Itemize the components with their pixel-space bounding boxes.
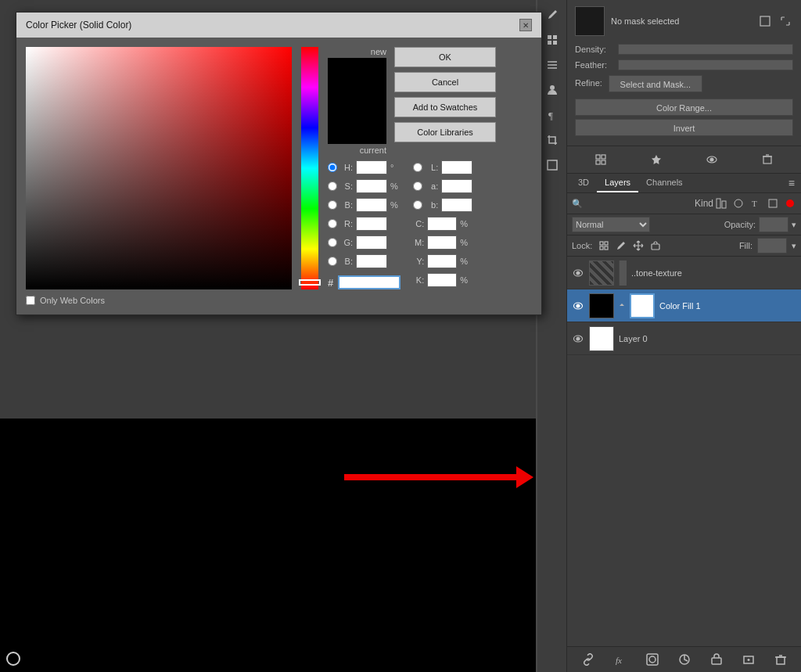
layer-visibility-toggle[interactable] bbox=[572, 267, 584, 279]
layer-item[interactable]: Layer 0 bbox=[567, 322, 801, 355]
y-input[interactable]: 62 bbox=[427, 254, 457, 268]
a-radio[interactable] bbox=[413, 181, 422, 191]
layer-eye-icon[interactable] bbox=[703, 151, 720, 168]
svg-rect-27 bbox=[605, 242, 608, 245]
green-radio[interactable] bbox=[328, 238, 337, 247]
layer-visibility-toggle[interactable] bbox=[572, 332, 584, 345]
layer-delete-icon[interactable] bbox=[759, 151, 776, 168]
cancel-button[interactable]: Cancel bbox=[394, 72, 496, 92]
layers-menu-button[interactable]: ≡ bbox=[785, 177, 798, 189]
tab-layers[interactable]: Layers bbox=[597, 174, 638, 192]
link-layers-button[interactable] bbox=[580, 651, 597, 668]
add-to-swatches-button[interactable]: Add to Swatches bbox=[394, 97, 496, 117]
y-unit: % bbox=[460, 257, 469, 266]
hue-input[interactable]: 0 bbox=[356, 160, 387, 174]
arrow-line bbox=[344, 474, 516, 480]
blue-input[interactable]: 0 bbox=[356, 254, 387, 268]
mask-pixel-icon[interactable] bbox=[757, 13, 773, 29]
red-input[interactable]: 0 bbox=[356, 217, 387, 231]
tab-3d[interactable]: 3D bbox=[570, 174, 597, 192]
add-mask-button[interactable] bbox=[644, 651, 661, 668]
blue-row: B: 0 bbox=[328, 253, 400, 269]
c-input[interactable]: 91 bbox=[427, 217, 457, 231]
dialog-close-button[interactable]: ✕ bbox=[519, 19, 532, 31]
tool-layers[interactable] bbox=[541, 54, 563, 76]
tool-mask-frame[interactable] bbox=[541, 154, 563, 176]
fill-dropdown-icon[interactable]: ▾ bbox=[792, 241, 796, 251]
lock-move-btn[interactable] bbox=[631, 239, 645, 253]
lock-pixel-btn[interactable] bbox=[597, 239, 611, 253]
filter-adj-btn[interactable] bbox=[731, 196, 745, 210]
b3-radio[interactable] bbox=[413, 200, 422, 210]
group-button[interactable] bbox=[708, 651, 725, 668]
opacity-dropdown-icon[interactable]: ▾ bbox=[792, 220, 796, 230]
saturation-radio[interactable] bbox=[328, 181, 337, 191]
layer-item[interactable]: ..tone-texture bbox=[567, 257, 801, 289]
brightness-radio[interactable] bbox=[328, 200, 337, 210]
brightness-unit: % bbox=[390, 200, 400, 210]
svg-rect-12 bbox=[602, 155, 605, 159]
tool-pen[interactable] bbox=[541, 4, 563, 26]
filter-type-btn[interactable]: T bbox=[749, 196, 763, 210]
tool-settings[interactable] bbox=[541, 29, 563, 51]
mask-resize-icon[interactable] bbox=[778, 13, 793, 29]
blend-mode-select[interactable]: Normal bbox=[572, 217, 650, 232]
l-radio[interactable] bbox=[413, 163, 422, 172]
new-layer-button[interactable] bbox=[740, 651, 757, 668]
m-input[interactable]: 79 bbox=[427, 235, 457, 250]
hex-input[interactable]: 000000 bbox=[338, 275, 400, 289]
lock-draw-btn[interactable] bbox=[614, 239, 628, 253]
hue-radio[interactable] bbox=[328, 163, 337, 172]
filter-shape-btn[interactable] bbox=[766, 196, 780, 210]
red-label: R: bbox=[340, 219, 353, 228]
red-radio[interactable] bbox=[328, 219, 337, 228]
b3-input[interactable]: 0 bbox=[441, 198, 472, 212]
filter-smart-btn[interactable] bbox=[783, 196, 797, 210]
layer-thumbnail bbox=[589, 326, 614, 351]
fill-label: Fill: bbox=[739, 241, 753, 250]
adjustment-button[interactable] bbox=[676, 651, 693, 668]
density-slider[interactable] bbox=[618, 44, 793, 55]
fill-input[interactable]: 100% bbox=[757, 238, 787, 253]
k-input[interactable]: 97 bbox=[427, 273, 457, 287]
delete-layer-button[interactable] bbox=[772, 651, 789, 668]
hue-slider[interactable] bbox=[301, 47, 318, 289]
opacity-input[interactable]: 100% bbox=[759, 217, 788, 232]
filter-pixel-btn[interactable] bbox=[714, 196, 728, 210]
invert-button[interactable]: Invert bbox=[575, 119, 793, 136]
color-picker-dialog: Color Picker (Solid Color) ✕ Only Web Co… bbox=[16, 12, 542, 315]
layer-grid-icon[interactable] bbox=[592, 151, 609, 168]
k-label: K: bbox=[413, 275, 424, 285]
current-color-swatch bbox=[328, 101, 386, 144]
select-and-mask-button[interactable]: Select and Mask... bbox=[609, 75, 702, 92]
tool-type[interactable]: ¶ bbox=[541, 104, 563, 126]
saturation-input[interactable]: 0 bbox=[356, 179, 387, 193]
a-input[interactable]: 0 bbox=[441, 179, 472, 193]
green-input[interactable]: 0 bbox=[356, 235, 387, 250]
brightness-input[interactable]: 0 bbox=[356, 198, 387, 212]
color-preview-area: new current bbox=[328, 47, 386, 155]
only-web-colors-checkbox[interactable] bbox=[26, 296, 35, 305]
tool-user[interactable] bbox=[541, 79, 563, 101]
color-range-button[interactable]: Color Range... bbox=[575, 99, 793, 116]
layer-item[interactable]: Color Fill 1 bbox=[567, 289, 801, 322]
svg-rect-45 bbox=[777, 657, 785, 664]
layer-mask-thumbnail bbox=[630, 293, 655, 318]
ok-button[interactable]: OK bbox=[394, 47, 496, 67]
svg-rect-38 bbox=[647, 654, 658, 665]
layer-visibility-toggle[interactable] bbox=[572, 300, 584, 312]
layer-fx-icon[interactable] bbox=[648, 151, 665, 168]
tool-crop[interactable] bbox=[541, 129, 563, 151]
l-input[interactable]: 0 bbox=[441, 160, 472, 174]
color-libraries-button[interactable]: Color Libraries bbox=[394, 122, 496, 142]
feather-slider[interactable] bbox=[618, 59, 793, 70]
tab-channels[interactable]: Channels bbox=[638, 174, 690, 192]
filter-kind-label[interactable]: Kind bbox=[697, 196, 711, 210]
layers-search-input[interactable] bbox=[586, 199, 694, 208]
fx-button[interactable]: fx bbox=[612, 651, 629, 668]
svg-rect-0 bbox=[548, 35, 551, 39]
blue-radio[interactable] bbox=[328, 257, 337, 266]
color-gradient-field[interactable] bbox=[26, 47, 292, 289]
lock-artboard-btn[interactable] bbox=[648, 239, 663, 253]
layer-thumbnail bbox=[589, 261, 614, 286]
